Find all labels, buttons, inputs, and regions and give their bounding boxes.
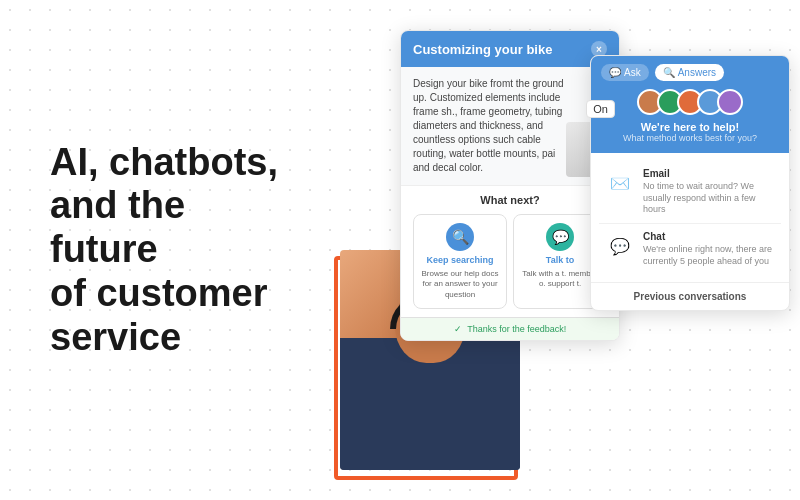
chat-window-bike: Customizing your bike × Design your bike… [400, 30, 620, 341]
welcome-title: We're here to help! [641, 121, 739, 133]
avatar-5 [717, 89, 743, 115]
feedback-text: Thanks for the feedback! [467, 324, 566, 334]
chat-tabs: 💬 Ask 🔍 Answers [601, 64, 779, 81]
search-icon: 🔍 [446, 223, 474, 251]
answers-icon: 🔍 [663, 67, 675, 78]
chat-window-help: 💬 Ask 🔍 Answers We're here to help! [590, 55, 790, 311]
chat-option-text: Chat We're online right now, there are c… [643, 231, 775, 267]
talk-label: Talk to [546, 255, 574, 265]
what-next-title: What next? [413, 194, 607, 206]
email-option-text: Email No time to wait around? We usually… [643, 168, 775, 216]
chat-title-bike: Customizing your bike [413, 42, 552, 57]
headline-line1: AI, chatbots, [50, 141, 278, 183]
chat-header-help: 💬 Ask 🔍 Answers We're here to help! [591, 56, 789, 153]
tab-ask[interactable]: 💬 Ask [601, 64, 649, 81]
chat-option-title: Chat [643, 231, 775, 242]
tab-answers[interactable]: 🔍 Answers [655, 64, 724, 81]
keep-searching-button[interactable]: 🔍 Keep searching Browse our help docs fo… [413, 214, 507, 309]
chat-options: ✉️ Email No time to wait around? We usua… [591, 153, 789, 282]
right-section: Customizing your bike × Design your bike… [320, 0, 800, 500]
headline-line4: service [50, 316, 181, 358]
email-desc: No time to wait around? We usually respo… [643, 181, 775, 216]
welcome-subtitle: What method works best for you? [623, 133, 757, 143]
content-wrapper: AI, chatbots, and the future of customer… [0, 0, 800, 500]
headline-line2: and the future [50, 184, 185, 270]
what-next-section: What next? 🔍 Keep searching Browse our h… [401, 185, 619, 317]
chat-option-desc: We're online right now, there are curren… [643, 244, 775, 267]
left-section: AI, chatbots, and the future of customer… [0, 0, 320, 500]
chat-bubble-icon: 💬 [605, 231, 635, 261]
feedback-bar: ✓ Thanks for the feedback! [401, 317, 619, 340]
on-badge: On [586, 100, 615, 118]
tab-answers-label: Answers [678, 67, 716, 78]
what-next-buttons: 🔍 Keep searching Browse our help docs fo… [413, 214, 607, 309]
chat-option[interactable]: 💬 Chat We're online right now, there are… [599, 224, 781, 274]
chat-body-bike: Design your bike fromt the ground up. Cu… [401, 67, 619, 185]
check-icon: ✓ [454, 324, 462, 334]
headline-line3: of customer [50, 272, 267, 314]
close-icon: × [596, 44, 602, 55]
chat-icon: 💬 [546, 223, 574, 251]
email-icon: ✉️ [605, 168, 635, 198]
chat-header-bike: Customizing your bike × [401, 31, 619, 67]
avatars-row [637, 89, 743, 115]
main-headline: AI, chatbots, and the future of customer… [50, 141, 290, 359]
email-option[interactable]: ✉️ Email No time to wait around? We usua… [599, 161, 781, 224]
search-label: Keep searching [426, 255, 493, 265]
previous-conversations[interactable]: Previous conversations [591, 282, 789, 310]
search-desc: Browse our help docs for an answer to yo… [418, 269, 502, 300]
chat-body-text: Design your bike fromt the ground up. Cu… [413, 77, 564, 175]
email-title: Email [643, 168, 775, 179]
tab-ask-label: Ask [624, 67, 641, 78]
ask-icon: 💬 [609, 67, 621, 78]
